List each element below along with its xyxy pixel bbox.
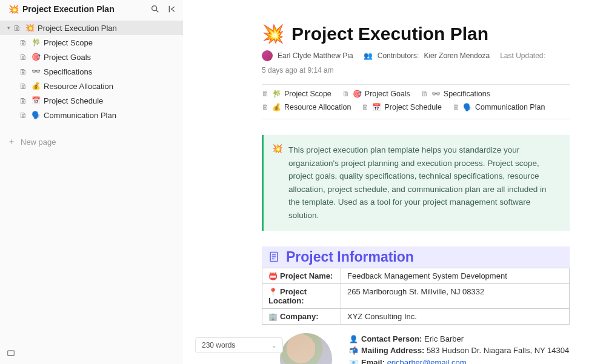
tree-item-comm[interactable]: 🗎 🗣️ Communication Plan	[0, 108, 183, 122]
tree-item-label: Resource Allocation	[44, 82, 113, 91]
doc-title[interactable]: Project Execution Plan	[291, 24, 488, 44]
subpage-comm[interactable]: 🗎🗣️Communication Plan	[453, 103, 545, 111]
page-icon: 🗎	[18, 53, 28, 62]
subpage-emoji: 📅	[372, 103, 381, 111]
last-updated-value: 5 days ago at 9:14 am	[262, 66, 334, 74]
page-icon: 🗎	[18, 67, 28, 76]
help-icon[interactable]	[6, 348, 16, 358]
table-row: 📛Project Name: Feedback Management Syste…	[262, 268, 570, 283]
tree-item-emoji: 💥	[24, 24, 35, 32]
subpage-emoji: 💰	[272, 103, 281, 111]
name-key: Project Name:	[280, 271, 333, 280]
doc-emoji-icon[interactable]: 💥	[262, 23, 284, 44]
name-value-cell[interactable]: Feedback Management System Development	[341, 268, 570, 283]
collapse-sidebar-icon[interactable]	[167, 4, 177, 14]
mailing-address: 583 Hudson Dr. Niagara Falls, NY 14304	[427, 346, 569, 355]
subpage-emoji: 🎋	[272, 90, 281, 98]
callout-text: This project execution plan template hel…	[288, 144, 559, 222]
company-key: Company:	[280, 312, 319, 321]
location-key-cell[interactable]: 📍Project Location:	[262, 283, 341, 308]
person-icon: 👤	[349, 335, 358, 343]
contributors-value[interactable]: Kier Zoren Mendoza	[424, 51, 490, 60]
word-count-dropdown[interactable]: 230 words ⌄	[195, 337, 283, 353]
subpage-label: Specifications	[444, 90, 490, 98]
page-icon: 🗎	[342, 90, 350, 98]
location-value-cell[interactable]: 265 Marlborough St. Millville, NJ 08332	[341, 283, 570, 308]
tree-item-label: Project Schedule	[44, 96, 103, 105]
tree-item-emoji: 🎋	[30, 38, 41, 47]
svg-rect-7	[8, 351, 15, 356]
email-link[interactable]: ericbarber@email.com	[387, 358, 467, 364]
contact-lines: 👤Contact Person: Eric Barber 📬Mailing Ad…	[349, 333, 569, 364]
new-page-button[interactable]: ＋ New page	[0, 133, 183, 150]
divider	[262, 84, 570, 85]
subpage-label: Communication Plan	[475, 103, 545, 111]
callout-emoji-icon: 💥	[272, 144, 282, 222]
tree-item-specs[interactable]: 🗎 👓 Specifications	[0, 64, 183, 79]
tree-item-schedule[interactable]: 🗎 📅 Project Schedule	[0, 93, 183, 108]
tree-item-scope[interactable]: 🗎 🎋 Project Scope	[0, 35, 183, 50]
tree-item-label: Communication Plan	[44, 111, 116, 120]
email-icon: 📧	[349, 359, 358, 364]
mailing-address-line: 📬Mailing Address: 583 Hudson Dr. Niagara…	[349, 345, 569, 357]
tree-item-emoji: 💰	[30, 82, 41, 90]
subpage-label: Project Schedule	[384, 103, 442, 111]
owner-avatar[interactable]	[262, 50, 273, 61]
contact-avatar[interactable]	[280, 333, 332, 364]
table-row: 📍Project Location: 265 Marlborough St. M…	[262, 283, 570, 308]
subpage-label: Project Goals	[365, 90, 410, 98]
name-key-cell[interactable]: 📛Project Name:	[262, 268, 341, 283]
subpage-label: Resource Allocation	[284, 103, 351, 111]
page-icon: 🗎	[18, 82, 28, 91]
subpage-resources[interactable]: 🗎💰Resource Allocation	[262, 103, 351, 111]
table-row: 🏢Company: XYZ Consulting Inc.	[262, 308, 570, 324]
search-icon[interactable]	[150, 4, 160, 14]
new-page-label: New page	[21, 137, 56, 147]
tree-item-label: Project Goals	[44, 53, 91, 62]
subpage-goals[interactable]: 🗎🎯Project Goals	[342, 90, 410, 98]
tree-item-root[interactable]: ▾ 🗎 💥 Project Execution Plan	[0, 21, 183, 35]
title-row: 💥 Project Execution Plan	[262, 23, 570, 44]
contact-person-label: Contact Person:	[361, 334, 422, 343]
tree-item-label: Project Execution Plan	[38, 24, 117, 33]
company-key-cell[interactable]: 🏢Company:	[262, 308, 341, 324]
mailbox-icon: 📬	[349, 346, 358, 355]
contact-person: Eric Barber	[424, 334, 464, 343]
page-icon: 🗎	[262, 103, 269, 111]
contact-person-line: 👤Contact Person: Eric Barber	[349, 333, 569, 345]
page-icon: 🗎	[18, 111, 28, 120]
contributors-label: Contributors:	[378, 51, 419, 60]
subpage-emoji: 👓	[431, 90, 441, 98]
sidebar-header: 💥 Project Execution Plan	[0, 0, 183, 18]
chevron-down-icon[interactable]: ▾	[5, 25, 12, 31]
sidebar-title: 💥 Project Execution Plan	[8, 4, 150, 14]
subpage-scope[interactable]: 🗎🎋Project Scope	[262, 90, 331, 98]
divider	[262, 119, 570, 119]
subpage-specs[interactable]: 🗎👓Specifications	[421, 90, 490, 98]
subpage-emoji: 🎯	[353, 90, 362, 98]
page-icon: 🗎	[421, 90, 428, 98]
tree-item-resources[interactable]: 🗎 💰 Resource Allocation	[0, 79, 183, 93]
section-header[interactable]: Project Information	[262, 247, 570, 268]
tree-item-goals[interactable]: 🗎 🎯 Project Goals	[0, 50, 183, 64]
sidebar-title-text: Project Execution Plan	[22, 4, 115, 14]
page-icon: 🗎	[262, 90, 269, 98]
tree-item-emoji: 👓	[30, 67, 41, 76]
tree-item-emoji: 🎯	[30, 53, 41, 61]
plus-icon: ＋	[7, 136, 16, 147]
callout-box[interactable]: 💥 This project execution plan template h…	[262, 135, 570, 231]
doc-content[interactable]: 💥 Project Execution Plan Earl Clyde Matt…	[183, 0, 606, 364]
owner-name[interactable]: Earl Clyde Matthew Pia	[278, 51, 353, 60]
svg-line-1	[156, 10, 158, 12]
company-value-cell[interactable]: XYZ Consulting Inc.	[341, 308, 570, 324]
company-emoji-icon: 🏢	[268, 313, 278, 321]
project-info-table: 📛Project Name: Feedback Management Syste…	[262, 268, 570, 325]
subpage-schedule[interactable]: 🗎📅Project Schedule	[362, 103, 442, 111]
last-updated-label: Last Updated:	[500, 51, 545, 60]
page-tree: ▾ 🗎 💥 Project Execution Plan 🗎 🎋 Project…	[0, 21, 183, 122]
tree-item-emoji: 🗣️	[30, 111, 41, 119]
tree-item-label: Specifications	[44, 67, 92, 76]
page-icon: 🗎	[453, 103, 460, 111]
page-icon: 🗎	[362, 103, 369, 111]
svg-point-0	[152, 6, 157, 11]
